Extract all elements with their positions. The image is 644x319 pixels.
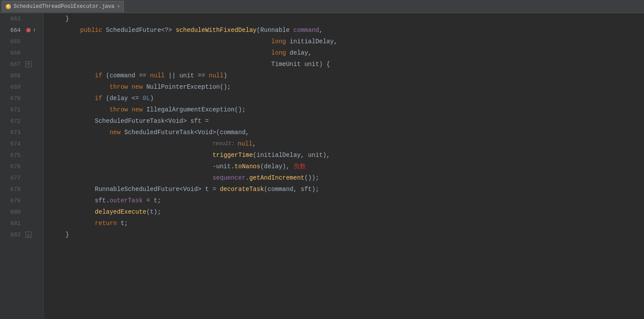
code-line-665: long initialDelay,	[44, 36, 644, 47]
code-line-675: triggerTime(initialDelay, unit),	[44, 149, 644, 161]
code-line-663: }	[44, 13, 644, 24]
line-num-680: 680	[0, 209, 24, 215]
line-num-682: 682	[0, 232, 24, 238]
line-num-679: 679	[0, 198, 24, 204]
code-line-672: ScheduledFutureTask<Void> sft =	[44, 115, 644, 127]
code-line-667: TimeUnit unit) {	[44, 59, 644, 70]
code-area: 663 664 ↑ 665 666 667 ▽	[0, 13, 644, 319]
tab-bar: C ScheduledThreadPoolExecutor.java ×	[0, 0, 644, 13]
line-num-678: 678	[0, 186, 24, 193]
code-line-669: throw new NullPointerException();	[44, 81, 644, 93]
gutter-row-668: 668	[0, 70, 43, 81]
fold-icon-667[interactable]: ▽	[25, 61, 32, 67]
line-num-668: 668	[0, 73, 24, 79]
gutter-row-666: 666	[0, 47, 43, 59]
arrow-marker-664: ↑	[33, 27, 36, 34]
line-marker-667: ▽	[24, 61, 33, 67]
fold-icon-682[interactable]: △	[25, 232, 32, 238]
line-num-670: 670	[0, 95, 24, 102]
gutter-row-670: 670	[0, 93, 43, 104]
code-line-674: result: null,	[44, 138, 644, 149]
gutter: 663 664 ↑ 665 666 667 ▽	[0, 13, 44, 319]
code-line-668: if (command == null || unit == null)	[44, 70, 644, 81]
line-num-673: 673	[0, 129, 24, 136]
line-num-667: 667	[0, 61, 24, 68]
line-num-675: 675	[0, 152, 24, 159]
gutter-row-682: 682 △	[0, 229, 43, 240]
gutter-row-664: 664 ↑	[0, 24, 43, 36]
line-num-674: 674	[0, 141, 24, 147]
breakpoint-664[interactable]	[26, 28, 31, 32]
code-line-671: throw new IllegalArgumentException();	[44, 104, 644, 115]
code-line-673: new ScheduledFutureTask<Void>(command,	[44, 127, 644, 138]
line-num-663: 663	[0, 16, 24, 22]
gutter-row-673: 673	[0, 127, 43, 138]
line-num-666: 666	[0, 50, 24, 56]
code-line-666: long delay,	[44, 47, 644, 59]
gutter-row-677: 677	[0, 172, 43, 184]
line-marker-682: △	[24, 232, 33, 238]
gutter-row-678: 678	[0, 184, 43, 195]
gutter-row-680: 680	[0, 206, 43, 218]
line-marker-664	[24, 28, 33, 32]
code-line-681: return t;	[44, 218, 644, 229]
gutter-row-681: 681	[0, 218, 43, 229]
line-num-676: 676	[0, 163, 24, 170]
gutter-row-675: 675	[0, 149, 43, 161]
gutter-row-663: 663	[0, 13, 43, 24]
gutter-row-665: 665	[0, 36, 43, 47]
line-num-669: 669	[0, 84, 24, 90]
gutter-row-669: 669	[0, 81, 43, 93]
line-num-672: 672	[0, 118, 24, 125]
code-line-677: sequencer.getAndIncrement());	[44, 172, 644, 184]
line-num-677: 677	[0, 175, 24, 181]
gutter-row-671: 671	[0, 104, 43, 115]
code-line-682: }	[44, 229, 644, 240]
tab-label: ScheduledThreadPoolExecutor.java	[14, 3, 114, 10]
code-line-670: if (delay <= 0L)	[44, 93, 644, 104]
code-line-679: sft.outerTask = t;	[44, 195, 644, 206]
line-num-665: 665	[0, 38, 24, 45]
line-num-664: 664	[0, 27, 24, 34]
code-line-676: -unit.toNanos(delay), 负数	[44, 161, 644, 172]
line-num-681: 681	[0, 220, 24, 227]
gutter-row-672: 672	[0, 115, 43, 127]
code-line-680: delayedExecute(t);	[44, 206, 644, 218]
code-line-664: public ScheduledFuture<?> scheduleWithFi…	[44, 24, 644, 36]
gutter-row-676: 676	[0, 161, 43, 172]
line-num-671: 671	[0, 107, 24, 113]
file-tab[interactable]: C ScheduledThreadPoolExecutor.java ×	[2, 1, 124, 12]
gutter-row-679: 679	[0, 195, 43, 206]
tab-java-icon: C	[6, 4, 11, 9]
code-line-678: RunnableScheduledFuture<Void> t = decora…	[44, 184, 644, 195]
gutter-row-667: 667 ▽	[0, 59, 43, 70]
code-content[interactable]: } public ScheduledFuture<?> scheduleWith…	[44, 13, 644, 319]
gutter-row-674: 674	[0, 138, 43, 149]
tab-close-icon[interactable]: ×	[117, 4, 120, 9]
